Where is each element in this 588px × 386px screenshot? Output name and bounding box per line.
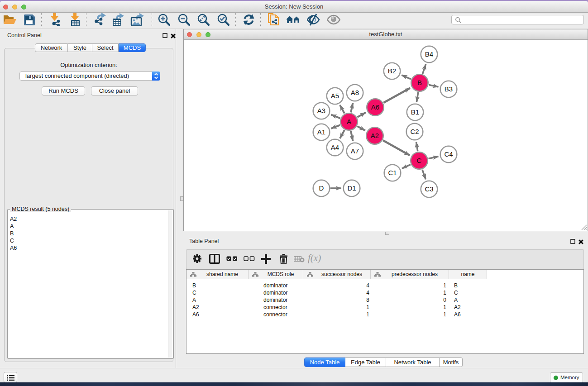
svg-text:C3: C3 (425, 185, 433, 193)
svg-text:A7: A7 (351, 147, 359, 155)
svg-text:A3: A3 (317, 107, 325, 114)
svg-text:C: C (417, 157, 422, 164)
svg-text:A8: A8 (351, 89, 359, 96)
svg-text:B4: B4 (425, 50, 433, 58)
svg-text:B3: B3 (445, 85, 453, 93)
svg-text:A6: A6 (371, 103, 379, 111)
svg-text:A1: A1 (317, 128, 325, 136)
svg-text:B1: B1 (411, 108, 419, 116)
svg-text:A: A (347, 118, 351, 125)
svg-text:C2: C2 (410, 128, 419, 135)
svg-text:A4: A4 (331, 143, 339, 151)
svg-text:B: B (417, 79, 422, 86)
svg-text:C1: C1 (388, 169, 397, 176)
svg-text:B2: B2 (388, 67, 396, 75)
svg-text:A5: A5 (331, 92, 339, 100)
svg-text:A2: A2 (371, 132, 379, 139)
svg-text:C4: C4 (444, 150, 453, 158)
svg-text:D: D (319, 184, 324, 192)
svg-text:D1: D1 (347, 184, 356, 192)
